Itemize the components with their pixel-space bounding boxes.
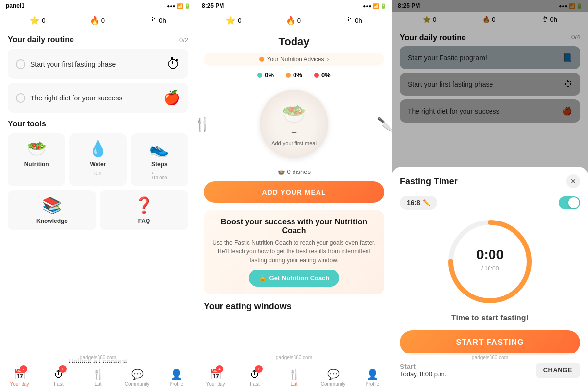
eating-windows-title: Your eating windows — [204, 301, 384, 312]
panel3-fasting: 8:25 PM ●●● 📶 🔋 ⭐0 🔥0 ⏱0h Your daily rou… — [392, 0, 588, 392]
your-day-label-2: Your day — [206, 381, 225, 387]
bowl-icon: 🍲 — [277, 168, 285, 175]
status-bar-2: 8:25 PM ●●● 📶 🔋 — [196, 0, 392, 12]
start-fasting-button[interactable]: START FASTING — [400, 330, 580, 355]
steps-icon: 👟 — [149, 139, 169, 158]
knowledge-icon: 📚 — [42, 196, 62, 215]
nutrition-advice-bar[interactable]: Your Nutrition Advices › — [204, 53, 384, 66]
nav-community-2[interactable]: 💬 Community — [314, 363, 353, 392]
add-meal-inner[interactable]: ＋ Add your first meal — [271, 125, 317, 146]
fire-value-2: 0 — [297, 17, 301, 24]
tools-title: Your tools — [8, 120, 46, 128]
lock-icon: 🔒 — [259, 274, 267, 282]
routine-icon-1: ⏱ — [167, 56, 180, 72]
nav-your-day-2[interactable]: 4 📅 Your day — [196, 363, 235, 392]
routine-card-2[interactable]: The right diet for your success 🍎 — [8, 83, 188, 113]
close-icon: ✕ — [570, 177, 576, 185]
tool-knowledge[interactable]: 📚 Knowledge — [8, 190, 96, 230]
advice-arrow-icon: › — [327, 56, 329, 63]
boost-card: Boost your success with your Nutrition C… — [204, 210, 384, 294]
stat-time: ⏱ 0h — [149, 16, 166, 25]
nav-profile-2[interactable]: 👤 Profile — [353, 363, 392, 392]
advice-dot-icon — [259, 57, 264, 62]
sheet-header: Fasting Timer ✕ — [400, 174, 580, 188]
tool-steps[interactable]: 👟 Steps 0/10 000 — [131, 133, 188, 186]
fast-label: Fast — [54, 381, 63, 387]
add-meal-button[interactable]: ADD YOUR MEAL — [204, 181, 384, 203]
stat-fire-2: 🔥 0 — [286, 16, 301, 25]
nav-your-day-1[interactable]: 2 📅 Your day — [0, 363, 39, 392]
time-value: 0h — [159, 17, 166, 24]
fasting-timer-title: Fasting Timer — [400, 176, 458, 187]
time-2: 8:25 PM — [202, 2, 224, 9]
time-to-start-text: Time to start fasting! — [400, 314, 580, 322]
tool-water[interactable]: 💧 Water 0/8 — [69, 133, 126, 186]
today-title: Today — [204, 35, 384, 48]
fork-icon: 🍴 — [196, 116, 211, 132]
protein-value: 0% — [293, 72, 302, 79]
change-button[interactable]: CHANGE — [536, 363, 580, 378]
panel2-today: 8:25 PM ●●● 📶 🔋 ⭐ 0 🔥 0 ⏱ 0h Today Your … — [196, 0, 392, 392]
knife-icon: 🔪 — [377, 116, 392, 132]
daily-routine-title: Your daily routine — [8, 35, 74, 44]
plan-badge[interactable]: 16:8 ✏️ — [400, 196, 437, 210]
nutrition-label: Nutrition — [24, 161, 49, 168]
fat-value: 0% — [321, 72, 331, 79]
nav-badge-today-2: 4 — [216, 365, 223, 373]
panel1-scroll: Your daily routine 0/2 Start your first … — [0, 29, 196, 351]
community-icon-2: 💬 — [327, 368, 340, 380]
nav-fast-2[interactable]: 1 ⏱ Fast — [235, 363, 274, 392]
water-label: Water — [90, 161, 106, 168]
plate-food-icon: 🥗 — [282, 102, 306, 125]
daily-routine-count: 0/2 — [179, 36, 188, 44]
tools-grid-bottom: 📚 Knowledge ❓ FAQ — [8, 190, 188, 230]
tool-faq[interactable]: ❓ FAQ — [100, 190, 188, 230]
routine-card-1[interactable]: Start your first fasting phase ⏱ — [8, 49, 188, 79]
fasting-plan-row: 16:8 ✏️ — [400, 196, 580, 210]
faq-label: FAQ — [138, 218, 150, 224]
steps-label: Steps — [151, 161, 168, 168]
watermark-2: gadgets360.com — [196, 353, 392, 362]
today-scroll: Today Your Nutrition Advices › 0% 0% 0% — [196, 29, 392, 392]
time-value-2: 0h — [355, 17, 362, 24]
tools-grid-top: 🥗 Nutrition 💧 Water 0/8 👟 Steps 0/10 000 — [8, 133, 188, 186]
svg-text:0:00: 0:00 — [476, 247, 504, 262]
nav-community-1[interactable]: 💬 Community — [118, 363, 157, 392]
nav-fast-1[interactable]: 1 ⏱ Fast — [39, 363, 78, 392]
tool-nutrition[interactable]: 🥗 Nutrition — [8, 133, 65, 186]
star-icon: ⭐ — [30, 16, 40, 25]
nav-badge-today: 2 — [20, 365, 27, 373]
panel1-home: panel1 ●●● 📶 🔋 ⭐ 0 🔥 0 ⏱ 0h Your daily r… — [0, 0, 196, 392]
steps-sub: 0/10 000 — [152, 171, 167, 180]
dishes-row: 🍲 0 dishes — [204, 168, 384, 175]
stat-fire: 🔥 0 — [90, 16, 105, 25]
nav-eat-1[interactable]: 🍴 Eat — [78, 363, 118, 392]
close-sheet-button[interactable]: ✕ — [566, 174, 580, 188]
macro-fat: 0% — [314, 72, 331, 79]
water-icon: 💧 — [88, 139, 108, 158]
edit-icon: ✏️ — [423, 199, 430, 206]
get-coach-button[interactable]: 🔒 Get Nutrition Coach — [249, 270, 340, 287]
fast-label-2: Fast — [250, 381, 259, 387]
profile-label: Profile — [170, 381, 183, 387]
toggle-switch[interactable] — [559, 196, 580, 209]
profile-icon: 👤 — [171, 368, 183, 380]
timer-circle-container: 0:00 / 16:00 — [400, 218, 580, 306]
routine-check-2 — [16, 93, 25, 103]
carbs-dot — [257, 73, 262, 78]
macro-row: 0% 0% 0% — [204, 72, 384, 79]
fire-icon: 🔥 — [90, 16, 99, 25]
plate-container: 🍴 🥗 ＋ Add your first meal 🔪 — [204, 85, 384, 163]
nav-eat-2[interactable]: 🍴 Eat — [274, 363, 314, 392]
timer-icon-2: ⏱ — [345, 16, 353, 25]
routine-icon-2: 🍎 — [163, 90, 180, 106]
daily-routine-header: Your daily routine 0/2 — [8, 35, 188, 44]
nutrition-icon: 🥗 — [27, 139, 47, 158]
eat-icon: 🍴 — [92, 368, 104, 380]
start-info-row: Start Today, 8:00 p.m. CHANGE — [400, 363, 580, 378]
eat-label: Eat — [94, 381, 101, 387]
star-value: 0 — [42, 17, 45, 24]
top-stats-1: ⭐ 0 🔥 0 ⏱ 0h — [0, 12, 196, 29]
nav-profile-1[interactable]: 👤 Profile — [157, 363, 196, 392]
community-label: Community — [125, 381, 150, 387]
